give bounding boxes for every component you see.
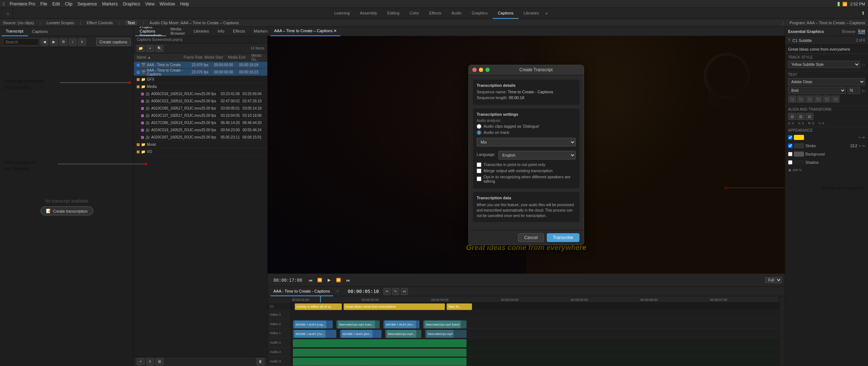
- table-row[interactable]: 🎥 A010C095_160517_R3JC.mov 25.00 fps 03:…: [134, 105, 267, 112]
- tab-libraries[interactable]: Libraries: [190, 27, 213, 36]
- tab-effects[interactable]: Effects: [424, 8, 446, 19]
- audio-mixer-label[interactable]: Audio Clip Mixer: AAA – Time to Create –…: [150, 21, 239, 25]
- search-input[interactable]: [3, 38, 39, 46]
- playhead[interactable]: [320, 296, 321, 302]
- step-back-btn[interactable]: ⏮: [306, 276, 314, 284]
- icon-view-btn[interactable]: ⊞: [156, 358, 163, 365]
- find-btn[interactable]: 🔍: [156, 45, 163, 52]
- transcribe-button[interactable]: Transcribe: [547, 233, 579, 242]
- tab-audio[interactable]: Audio: [446, 8, 467, 19]
- apple-menu[interactable]: : [3, 1, 5, 7]
- play-forward-btn[interactable]: ⏩: [335, 276, 342, 284]
- video1-block-1[interactable]: ADOBE × ALEX (Tur...: [293, 330, 336, 338]
- list-view-btn[interactable]: ≡: [146, 358, 154, 365]
- video2-block-1[interactable]: ADOBE × ALEX [Leg...: [293, 320, 333, 328]
- font-size-input[interactable]: [847, 87, 860, 94]
- table-row[interactable]: 📁 VO: [134, 148, 267, 156]
- timeline-tab[interactable]: AAA - Time to Create - Captions: [271, 287, 333, 296]
- align-left-btn[interactable]: ⬛: [788, 95, 796, 103]
- create-transcription-button[interactable]: 📝 Create transcription: [41, 207, 93, 216]
- table-row[interactable]: 🎥 A017C086_160519_R3JC.mov 25.00 fps 06:…: [134, 119, 267, 127]
- fill-checkbox[interactable]: [788, 135, 792, 140]
- checkbox-merge-row[interactable]: Merge output with existing transcription: [477, 169, 576, 173]
- video2-block-2[interactable]: SibernatisCips.mp4 Subs...: [336, 320, 380, 328]
- tab-media-browser[interactable]: Media Browser: [166, 27, 189, 36]
- stroke-edit-btn[interactable]: ✏: [862, 144, 865, 148]
- tab-project[interactable]: Project: Captions Screenshots: [135, 27, 166, 36]
- new-bin-btn[interactable]: 📁: [137, 45, 145, 52]
- table-row[interactable]: 🎬 AAA - Time to Create - Captions 23.976…: [134, 69, 267, 76]
- checkbox-point[interactable]: [477, 162, 481, 167]
- search-options-btn[interactable]: ⚙: [59, 38, 67, 46]
- caption-block-3[interactable]: Take th...: [447, 303, 472, 310]
- video1-block-2[interactable]: ADOBE × ALEX [Am...: [340, 330, 382, 338]
- style-select[interactable]: Yellow Subtitle Style: [788, 61, 860, 68]
- style-arrows[interactable]: ↑↓: [861, 63, 865, 67]
- table-row[interactable]: 🎥 A010C107_160517_R3JC.mov 25.00 fps 03:…: [134, 112, 267, 119]
- checkbox-speakers[interactable]: [477, 176, 481, 181]
- align-bottom-btn[interactable]: ⬛: [831, 95, 839, 103]
- language-select[interactable]: English: [498, 151, 576, 159]
- tab-assembly[interactable]: Assembly: [355, 8, 382, 19]
- align-right-btn[interactable]: ⬛: [805, 95, 813, 103]
- audio-track-select[interactable]: Mix: [477, 138, 576, 146]
- maximize-button[interactable]: [485, 68, 490, 72]
- table-row[interactable]: 🎥 A019C019_160525_R3JC.mov 25.00 fps 00:…: [134, 127, 267, 134]
- filter-btn[interactable]: ≡: [78, 38, 86, 46]
- radio-audio-track-row[interactable]: Audio on track:: [477, 130, 576, 135]
- nav-back-btn[interactable]: ◀: [41, 38, 48, 46]
- stroke-color-swatch[interactable]: [794, 143, 804, 148]
- menu-markers[interactable]: Markers: [102, 1, 118, 7]
- tab-info[interactable]: Info: [213, 27, 229, 36]
- table-row[interactable]: 📁 Media: [134, 83, 267, 90]
- table-row[interactable]: 🎬 AAA - Time to Create 23.976 fps 00:00:…: [134, 61, 267, 69]
- home-icon[interactable]: ⌂: [3, 8, 13, 19]
- background-checkbox[interactable]: [788, 152, 792, 156]
- program-label[interactable]: Program: AAA – Time to Create – Captions: [790, 21, 865, 25]
- menu-view[interactable]: View: [145, 1, 155, 7]
- menu-sequence[interactable]: Sequence: [77, 1, 97, 7]
- caption-block-1[interactable]: Activity is within all of us: [295, 303, 342, 310]
- video1-block-3[interactable]: SibernatisCips.mp4...: [385, 330, 421, 338]
- align-top-btn[interactable]: ⬛: [814, 95, 822, 103]
- minimize-button[interactable]: [479, 68, 483, 72]
- audio3-block[interactable]: [293, 358, 467, 366]
- fill-color-swatch[interactable]: [794, 135, 804, 140]
- radio-audio-track[interactable]: [477, 130, 481, 135]
- sort-btn[interactable]: ↕: [69, 38, 77, 46]
- more-tabs-icon[interactable]: »: [545, 11, 548, 16]
- share-icon[interactable]: ⬆: [861, 10, 865, 16]
- table-row[interactable]: 🎥 A020C007_160525_R3JC.mov 25.00 fps 05:…: [134, 134, 267, 141]
- menu-premiere-pro[interactable]: Premiere Pro: [10, 1, 35, 7]
- table-row[interactable]: 🎥 A006C023_160510_R3JC.mov 25.00 fps 02:…: [134, 98, 267, 105]
- stroke-add-btn[interactable]: +: [859, 144, 861, 148]
- checkbox-point-row[interactable]: Transcribe in point to out point only: [477, 162, 576, 167]
- radio-dialogue[interactable]: [477, 124, 481, 129]
- menu-clip[interactable]: Clip: [65, 1, 72, 7]
- video2-block-4[interactable]: SibernatisCips.mp4 Subs2: [423, 320, 467, 328]
- create-captions-button[interactable]: Create captions: [96, 38, 131, 46]
- delete-btn[interactable]: 🗑: [256, 358, 264, 365]
- fill-edit-btn[interactable]: ✏: [862, 136, 865, 140]
- tab-transcript[interactable]: Transcript: [1, 27, 28, 36]
- menu-graphics[interactable]: Graphics: [123, 1, 140, 7]
- play-btn[interactable]: ▶: [325, 276, 333, 284]
- font-weight-select[interactable]: Bold: [788, 87, 846, 94]
- tab-captions[interactable]: Captions: [28, 27, 52, 36]
- stroke-checkbox[interactable]: [788, 144, 792, 148]
- eg-tab-browse[interactable]: Browse: [842, 29, 855, 34]
- step-forward-btn[interactable]: ⏭: [344, 276, 352, 284]
- effect-controls-label[interactable]: Effect Controls: [87, 21, 113, 25]
- transform-btn-3[interactable]: ⊡: [805, 113, 813, 120]
- audio1-block[interactable]: [293, 339, 467, 347]
- quality-select[interactable]: Full: [765, 277, 782, 283]
- text-tab-label[interactable]: Text: [125, 21, 137, 25]
- tab-effects[interactable]: Effects: [229, 27, 249, 36]
- tab-graphics[interactable]: Graphics: [467, 8, 493, 19]
- eg-tab-edit[interactable]: Edit: [858, 29, 865, 34]
- nav-forward-btn[interactable]: ▶: [50, 38, 58, 46]
- tab-learning[interactable]: Learning: [329, 8, 355, 19]
- tab-color[interactable]: Color: [404, 8, 424, 19]
- tl-select-btn[interactable]: ↖: [392, 288, 399, 295]
- shadow-checkbox[interactable]: [788, 160, 792, 165]
